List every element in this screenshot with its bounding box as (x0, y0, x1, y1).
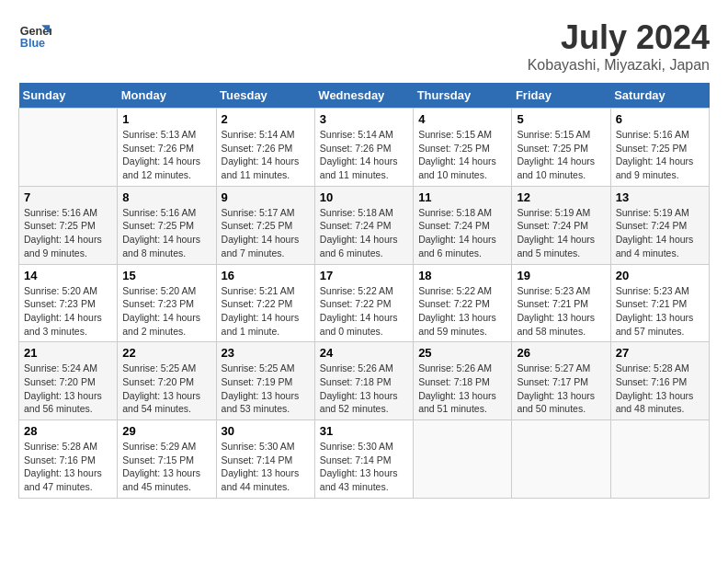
day-number: 13 (616, 190, 704, 204)
day-info: Sunrise: 5:25 AM Sunset: 7:19 PM Dayligh… (222, 362, 310, 416)
day-number: 9 (222, 190, 310, 204)
day-info: Sunrise: 5:28 AM Sunset: 7:16 PM Dayligh… (616, 362, 704, 416)
day-info: Sunrise: 5:18 AM Sunset: 7:24 PM Dayligh… (418, 206, 506, 260)
day-info: Sunrise: 5:23 AM Sunset: 7:21 PM Dayligh… (616, 284, 704, 339)
day-info: Sunrise: 5:20 AM Sunset: 7:23 PM Dayligh… (122, 284, 210, 339)
calendar-week-row: 1Sunrise: 5:13 AM Sunset: 7:26 PM Daylig… (19, 109, 710, 187)
calendar-day-cell: 25Sunrise: 5:26 AM Sunset: 7:18 PM Dayli… (414, 342, 512, 420)
logo: General Blue (18, 18, 51, 52)
day-number: 1 (122, 112, 210, 126)
day-info: Sunrise: 5:15 AM Sunset: 7:25 PM Dayligh… (517, 128, 605, 182)
calendar-day-cell: 24Sunrise: 5:26 AM Sunset: 7:18 PM Dayli… (314, 342, 413, 420)
calendar-table: SundayMondayTuesdayWednesdayThursdayFrid… (18, 83, 710, 499)
calendar-day-cell: 27Sunrise: 5:28 AM Sunset: 7:16 PM Dayli… (610, 342, 709, 420)
day-number: 20 (616, 269, 704, 282)
day-info: Sunrise: 5:19 AM Sunset: 7:24 PM Dayligh… (616, 206, 704, 260)
subtitle: Kobayashi, Miyazaki, Japan (528, 57, 710, 74)
day-info: Sunrise: 5:17 AM Sunset: 7:25 PM Dayligh… (222, 206, 310, 260)
calendar-day-cell: 22Sunrise: 5:25 AM Sunset: 7:20 PM Dayli… (118, 342, 216, 420)
calendar-day-cell: 1Sunrise: 5:13 AM Sunset: 7:26 PM Daylig… (118, 109, 216, 187)
day-number: 26 (517, 346, 605, 360)
calendar-day-cell: 9Sunrise: 5:17 AM Sunset: 7:25 PM Daylig… (216, 186, 314, 264)
calendar-day-cell: 2Sunrise: 5:14 AM Sunset: 7:26 PM Daylig… (216, 109, 314, 187)
day-info: Sunrise: 5:19 AM Sunset: 7:24 PM Dayligh… (517, 206, 605, 260)
day-number: 23 (222, 346, 310, 360)
day-info: Sunrise: 5:27 AM Sunset: 7:17 PM Dayligh… (517, 362, 605, 416)
calendar-day-cell: 12Sunrise: 5:19 AM Sunset: 7:24 PM Dayli… (512, 186, 610, 264)
day-info: Sunrise: 5:20 AM Sunset: 7:23 PM Dayligh… (24, 284, 112, 339)
title-block: July 2024 Kobayashi, Miyazaki, Japan (528, 18, 710, 74)
weekday-header-cell: Saturday (610, 83, 709, 109)
day-number: 18 (418, 269, 506, 282)
day-info: Sunrise: 5:26 AM Sunset: 7:18 PM Dayligh… (320, 362, 408, 416)
day-info: Sunrise: 5:14 AM Sunset: 7:26 PM Dayligh… (222, 128, 310, 182)
day-info: Sunrise: 5:16 AM Sunset: 7:25 PM Dayligh… (616, 128, 704, 182)
day-number: 2 (222, 112, 310, 126)
calendar-day-cell: 29Sunrise: 5:29 AM Sunset: 7:15 PM Dayli… (118, 420, 216, 499)
calendar-week-row: 7Sunrise: 5:16 AM Sunset: 7:25 PM Daylig… (19, 186, 710, 264)
weekday-header-cell: Wednesday (314, 83, 413, 109)
day-number: 12 (517, 190, 605, 204)
svg-text:Blue: Blue (20, 37, 45, 50)
calendar-day-cell: 8Sunrise: 5:16 AM Sunset: 7:25 PM Daylig… (118, 186, 216, 264)
page-header: General Blue July 2024 Kobayashi, Miyaza… (18, 18, 710, 74)
day-info: Sunrise: 5:13 AM Sunset: 7:26 PM Dayligh… (122, 128, 210, 182)
calendar-day-cell: 17Sunrise: 5:22 AM Sunset: 7:22 PM Dayli… (314, 264, 413, 342)
day-info: Sunrise: 5:21 AM Sunset: 7:22 PM Dayligh… (222, 284, 310, 339)
day-number: 19 (517, 269, 605, 282)
weekday-header-cell: Sunday (19, 83, 118, 109)
calendar-day-cell: 26Sunrise: 5:27 AM Sunset: 7:17 PM Dayli… (512, 342, 610, 420)
calendar-body: 1Sunrise: 5:13 AM Sunset: 7:26 PM Daylig… (19, 109, 710, 499)
calendar-day-cell (512, 420, 610, 499)
calendar-day-cell: 3Sunrise: 5:14 AM Sunset: 7:26 PM Daylig… (314, 109, 413, 187)
calendar-day-cell: 10Sunrise: 5:18 AM Sunset: 7:24 PM Dayli… (314, 186, 413, 264)
calendar-day-cell: 6Sunrise: 5:16 AM Sunset: 7:25 PM Daylig… (610, 109, 709, 187)
day-info: Sunrise: 5:30 AM Sunset: 7:14 PM Dayligh… (222, 440, 310, 494)
day-number: 6 (616, 112, 704, 126)
day-number: 25 (418, 346, 506, 360)
calendar-day-cell (19, 109, 118, 187)
day-number: 21 (24, 346, 112, 360)
day-info: Sunrise: 5:22 AM Sunset: 7:22 PM Dayligh… (418, 284, 506, 339)
day-info: Sunrise: 5:15 AM Sunset: 7:25 PM Dayligh… (418, 128, 506, 182)
weekday-header-cell: Friday (512, 83, 610, 109)
day-number: 8 (122, 190, 210, 204)
calendar-day-cell: 20Sunrise: 5:23 AM Sunset: 7:21 PM Dayli… (610, 264, 709, 342)
calendar-day-cell (610, 420, 709, 499)
day-number: 22 (122, 346, 210, 360)
calendar-day-cell: 30Sunrise: 5:30 AM Sunset: 7:14 PM Dayli… (216, 420, 314, 499)
day-info: Sunrise: 5:25 AM Sunset: 7:20 PM Dayligh… (122, 362, 210, 416)
logo-icon: General Blue (18, 18, 51, 52)
calendar-day-cell: 31Sunrise: 5:30 AM Sunset: 7:14 PM Dayli… (314, 420, 413, 499)
day-info: Sunrise: 5:14 AM Sunset: 7:26 PM Dayligh… (320, 128, 408, 182)
day-number: 16 (222, 269, 310, 282)
day-number: 28 (24, 424, 112, 438)
calendar-week-row: 28Sunrise: 5:28 AM Sunset: 7:16 PM Dayli… (19, 420, 710, 499)
day-info: Sunrise: 5:16 AM Sunset: 7:25 PM Dayligh… (122, 206, 210, 260)
day-info: Sunrise: 5:16 AM Sunset: 7:25 PM Dayligh… (24, 206, 112, 260)
weekday-header-cell: Monday (118, 83, 216, 109)
calendar-day-cell: 14Sunrise: 5:20 AM Sunset: 7:23 PM Dayli… (19, 264, 118, 342)
day-info: Sunrise: 5:24 AM Sunset: 7:20 PM Dayligh… (24, 362, 112, 416)
day-number: 17 (320, 269, 408, 282)
calendar-day-cell: 11Sunrise: 5:18 AM Sunset: 7:24 PM Dayli… (414, 186, 512, 264)
day-info: Sunrise: 5:30 AM Sunset: 7:14 PM Dayligh… (320, 440, 408, 494)
calendar-day-cell: 15Sunrise: 5:20 AM Sunset: 7:23 PM Dayli… (118, 264, 216, 342)
calendar-day-cell: 18Sunrise: 5:22 AM Sunset: 7:22 PM Dayli… (414, 264, 512, 342)
day-info: Sunrise: 5:29 AM Sunset: 7:15 PM Dayligh… (122, 440, 210, 494)
day-number: 4 (418, 112, 506, 126)
day-info: Sunrise: 5:18 AM Sunset: 7:24 PM Dayligh… (320, 206, 408, 260)
day-number: 3 (320, 112, 408, 126)
day-number: 30 (222, 424, 310, 438)
calendar-day-cell: 23Sunrise: 5:25 AM Sunset: 7:19 PM Dayli… (216, 342, 314, 420)
calendar-day-cell: 13Sunrise: 5:19 AM Sunset: 7:24 PM Dayli… (610, 186, 709, 264)
weekday-header-row: SundayMondayTuesdayWednesdayThursdayFrid… (19, 83, 710, 109)
day-info: Sunrise: 5:26 AM Sunset: 7:18 PM Dayligh… (418, 362, 506, 416)
day-number: 11 (418, 190, 506, 204)
calendar-day-cell: 28Sunrise: 5:28 AM Sunset: 7:16 PM Dayli… (19, 420, 118, 499)
calendar-day-cell: 19Sunrise: 5:23 AM Sunset: 7:21 PM Dayli… (512, 264, 610, 342)
calendar-week-row: 21Sunrise: 5:24 AM Sunset: 7:20 PM Dayli… (19, 342, 710, 420)
day-number: 29 (122, 424, 210, 438)
calendar-day-cell: 21Sunrise: 5:24 AM Sunset: 7:20 PM Dayli… (19, 342, 118, 420)
day-number: 24 (320, 346, 408, 360)
